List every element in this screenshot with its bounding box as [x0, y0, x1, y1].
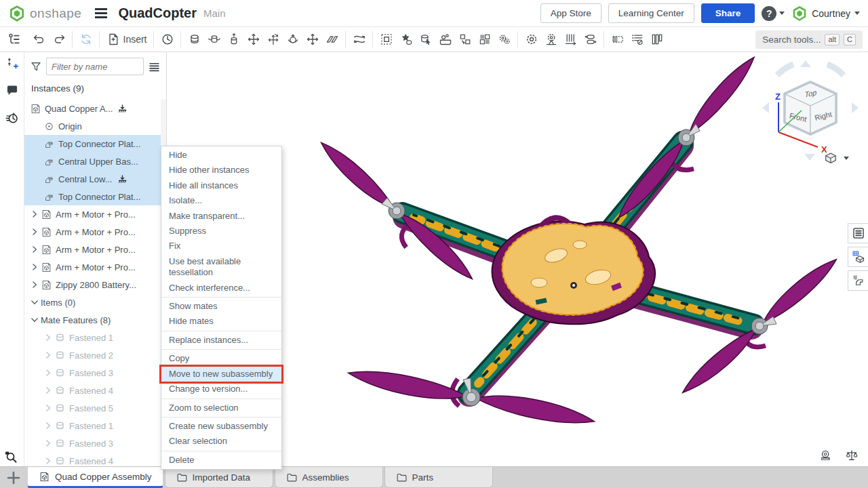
user-menu[interactable]: Courtney — [791, 5, 860, 22]
context-menu-item[interactable]: Hide all instances — [161, 178, 281, 193]
expand-chevron-icon[interactable] — [43, 350, 53, 360]
simulation-gear-button[interactable] — [521, 30, 541, 49]
tree-item[interactable]: Mate Features (8) — [24, 311, 161, 329]
context-menu-item[interactable]: Check interference... — [161, 281, 281, 296]
tree-item[interactable]: Quad Copper A... — [24, 100, 161, 117]
transfer-parts-button[interactable] — [455, 30, 475, 49]
tree-item[interactable]: Top Connector Plat... — [24, 188, 161, 205]
expand-chevron-icon[interactable] — [43, 421, 53, 430]
bom-panel-button[interactable] — [848, 247, 868, 267]
instance-tree-toggle-button[interactable] — [4, 30, 24, 49]
expand-chevron-icon[interactable] — [43, 456, 53, 466]
preview-search-button[interactable] — [4, 450, 18, 464]
expand-chevron-icon[interactable] — [30, 298, 39, 307]
help-menu[interactable]: ? — [762, 6, 785, 21]
tree-item[interactable]: Fastened 3 — [24, 364, 161, 382]
tree-item[interactable]: Items (0) — [24, 293, 161, 311]
app-store-button[interactable]: App Store — [540, 3, 601, 23]
context-menu-item[interactable]: Use best available tessellation — [161, 254, 281, 281]
tree-item[interactable]: Fastened 1 — [24, 417, 161, 434]
expand-chevron-icon[interactable] — [43, 439, 53, 448]
view-mode-dropdown[interactable] — [823, 150, 849, 165]
snap-mode-button[interactable] — [349, 30, 369, 49]
tree-item[interactable]: Zippy 2800 Battery... — [24, 276, 161, 293]
planar-mate-button[interactable] — [243, 30, 263, 49]
expand-chevron-icon[interactable] — [30, 262, 39, 272]
context-menu-item[interactable]: Fix — [161, 239, 281, 253]
mechanism-gear-button[interactable] — [541, 30, 561, 49]
context-menu-item[interactable]: Zoom to selection — [161, 399, 281, 415]
slider-mate-button[interactable] — [224, 30, 243, 49]
context-menu-item[interactable]: Create new subassembly — [161, 417, 281, 434]
expand-chevron-icon[interactable] — [43, 403, 53, 413]
main-menu-button[interactable] — [92, 5, 110, 21]
tree-item[interactable]: Arm + Motor + Pro... — [24, 241, 161, 258]
list-view-icon[interactable] — [148, 60, 161, 73]
toggle-connectors-button[interactable] — [580, 30, 600, 49]
tree-item[interactable]: Fastened 5 — [24, 399, 161, 417]
named-views-button[interactable] — [647, 30, 667, 49]
context-menu-item[interactable]: Suppress — [161, 224, 281, 239]
view-cube[interactable]: Top Front Right Z X — [758, 58, 863, 166]
insert-feature-button[interactable] — [3, 55, 21, 73]
sync-update-button[interactable] — [76, 30, 96, 49]
named-positions-button[interactable] — [157, 30, 177, 49]
expand-chevron-icon[interactable] — [30, 280, 39, 289]
exploded-views-button[interactable] — [396, 30, 416, 49]
pin-slot-mate-button[interactable] — [283, 30, 302, 49]
context-menu-item[interactable]: Hide other instances — [161, 163, 281, 178]
tree-item[interactable]: Arm + Motor + Pro... — [24, 205, 161, 223]
onshape-logo-icon[interactable] — [8, 5, 26, 22]
insert-button[interactable]: Insert — [103, 30, 150, 49]
fastened-mate-button[interactable] — [184, 30, 204, 49]
appearance-panel-button[interactable] — [848, 270, 868, 291]
tree-item[interactable]: Arm + Motor + Pro... — [24, 223, 161, 241]
context-menu-item[interactable]: Replace instances... — [161, 331, 281, 348]
filter-input[interactable] — [46, 58, 144, 75]
context-menu-item[interactable]: Hide mates — [161, 314, 281, 329]
expand-chevron-icon[interactable] — [43, 368, 53, 378]
measure-button[interactable] — [819, 449, 833, 462]
context-menu-item[interactable]: Hide — [161, 148, 281, 163]
feature-list-panel-button[interactable] — [848, 223, 868, 243]
context-menu-item[interactable]: Move to new subassembly — [161, 367, 281, 382]
context-menu-item[interactable]: Change to version... — [161, 382, 281, 396]
expand-chevron-icon[interactable] — [30, 227, 39, 237]
mass-properties-button[interactable] — [845, 449, 859, 462]
learning-center-button[interactable]: Learning Center — [608, 3, 694, 23]
tree-item[interactable]: Fastened 2 — [24, 346, 161, 364]
display-states-button[interactable] — [435, 30, 455, 49]
add-tab-button[interactable] — [0, 467, 27, 488]
cylindrical-mate-button[interactable] — [263, 30, 283, 49]
search-tools-box[interactable]: Search tools... alt C — [755, 30, 863, 49]
expand-chevron-icon[interactable] — [30, 245, 39, 254]
document-tab[interactable]: Imported Data — [165, 467, 273, 488]
expand-chevron-icon[interactable] — [43, 386, 53, 395]
section-view-button[interactable] — [608, 30, 627, 49]
animate-fence-button[interactable] — [561, 30, 580, 49]
context-menu-item[interactable]: Copy — [161, 349, 281, 366]
tree-item[interactable]: Central Low... — [24, 170, 161, 188]
tree-item[interactable]: Fastened 4 — [24, 382, 161, 399]
tree-item[interactable]: Top Connector Plat... — [24, 135, 161, 152]
ball-mate-button[interactable] — [302, 30, 322, 49]
tree-item[interactable]: Fastened 4 — [24, 452, 161, 466]
expand-chevron-icon[interactable] — [30, 315, 39, 325]
document-tab[interactable]: Quad Copper Assembly — [27, 467, 163, 488]
pattern-button[interactable] — [475, 30, 494, 49]
filter-funnel-icon[interactable] — [30, 60, 42, 73]
comments-button[interactable] — [3, 82, 21, 100]
context-menu-item[interactable]: Show mates — [161, 297, 281, 314]
tree-item[interactable]: Arm + Motor + Pro... — [24, 258, 161, 276]
undo-button[interactable] — [29, 30, 49, 49]
replicate-button[interactable] — [494, 30, 514, 49]
history-button[interactable] — [3, 109, 21, 127]
document-tab[interactable]: Parts — [384, 467, 493, 488]
context-menu-item[interactable]: Clear selection — [161, 434, 281, 449]
context-menu-item[interactable]: Delete — [161, 451, 281, 468]
share-button[interactable]: Share — [701, 3, 755, 23]
tree-item[interactable]: Central Upper Bas... — [24, 152, 161, 170]
expand-chevron-icon[interactable] — [30, 209, 39, 219]
document-tab[interactable]: Assemblies — [275, 467, 383, 488]
revolute-mate-button[interactable] — [204, 30, 224, 49]
